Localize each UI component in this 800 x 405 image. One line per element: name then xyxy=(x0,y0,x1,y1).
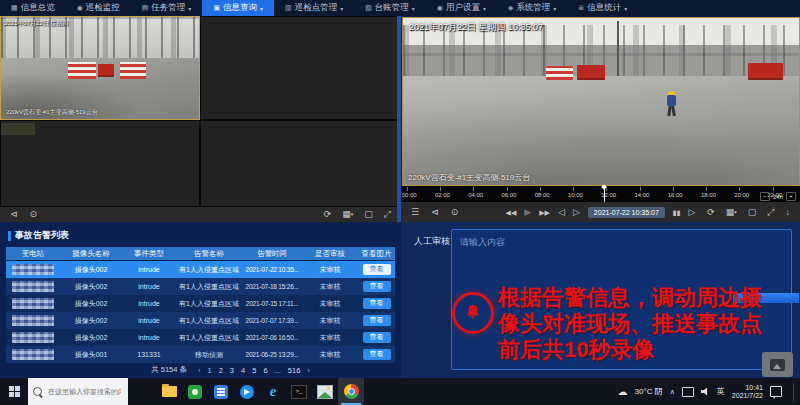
zoom-in-button[interactable]: + xyxy=(786,192,796,201)
timeline-tick: 10:00 xyxy=(567,186,600,202)
taskbar-clock[interactable]: 10:41 2021/7/22 xyxy=(732,384,763,400)
table-row[interactable]: 摄像头002 intrude 有1人入侵重点区域 2021-07-06 16:5… xyxy=(6,329,395,346)
app-blue[interactable] xyxy=(208,378,234,405)
cell-review-status: 未审核 xyxy=(302,312,358,329)
cell-event-type: intrude xyxy=(122,261,176,278)
next-frame-button[interactable]: ▷ xyxy=(573,208,580,217)
snapshot-icon[interactable]: ⊙ xyxy=(30,210,38,219)
page-4[interactable]: 4 xyxy=(241,366,245,375)
app-terminal[interactable]: >_ xyxy=(286,378,312,405)
playback-timeline[interactable]: 00:00 02:00 04:00 06:00 08:00 10:00 12:0… xyxy=(401,186,800,202)
taskbar-search[interactable] xyxy=(28,378,128,405)
cell-alarm-name: 有1人入侵重点区域 xyxy=(176,329,242,346)
view-image-button[interactable]: 查看 xyxy=(363,298,391,309)
start-button[interactable] xyxy=(0,378,28,405)
nav-item-overview[interactable]: ▦信息总览 xyxy=(0,0,66,16)
fullscreen-icon[interactable]: ⤢ xyxy=(767,208,774,217)
app-file-explorer[interactable] xyxy=(156,378,182,405)
cell-alarm-name: 有1人入侵重点区域 xyxy=(176,261,242,278)
app-chrome-active[interactable] xyxy=(338,378,364,405)
table-row[interactable]: 摄像头001 131331 移动侦测 2021-06-25 13:29... 未… xyxy=(6,346,395,363)
censored-substation xyxy=(12,264,54,275)
table-row[interactable]: 摄像头002 intrude 有1人入侵重点区域 2021-07-18 15:2… xyxy=(6,278,395,295)
pip-icon[interactable]: ▢ xyxy=(748,208,757,217)
nav-item-ledger-mgmt[interactable]: ▧台账管理▾ xyxy=(354,0,426,16)
video-cell-4-empty[interactable] xyxy=(200,120,401,207)
cell-review-status: 未审核 xyxy=(302,295,358,312)
nav-item-monitor[interactable]: ◉巡检监控 xyxy=(66,0,131,16)
grid-layout-icon[interactable]: ▦▾ xyxy=(342,210,353,219)
floating-capture-button[interactable] xyxy=(762,352,793,377)
cell-event-type: intrude xyxy=(122,312,176,329)
table-row[interactable]: 摄像头002 intrude 有1人入侵重点区域 2021-07-07 17:3… xyxy=(6,312,395,329)
nav-item-point-mgmt[interactable]: ▥巡检点管理▾ xyxy=(274,0,354,16)
app-media[interactable] xyxy=(234,378,260,405)
nav-item-system-mgmt[interactable]: ◈系统管理▾ xyxy=(497,0,567,16)
cell-review-status: 未审核 xyxy=(302,329,358,346)
view-image-button[interactable]: 查看 xyxy=(363,315,391,326)
app-remote-tool[interactable] xyxy=(182,378,208,405)
page-516[interactable]: 516 xyxy=(288,366,301,375)
cell-alarm-name: 移动侦测 xyxy=(176,346,242,363)
view-image-button[interactable]: 查看 xyxy=(363,264,391,275)
task-icon: ▤ xyxy=(142,4,149,12)
loop-icon[interactable]: ⟳ xyxy=(707,208,715,217)
playback-timestamp: 2021-07-22 10:35:07 xyxy=(588,207,665,218)
view-image-button[interactable]: 查看 xyxy=(363,281,391,292)
nav-item-task-mgmt[interactable]: ▤任务管理▾ xyxy=(131,0,203,16)
nav-label: 信息统计 xyxy=(587,2,621,14)
app-internet-explorer[interactable]: e xyxy=(260,378,286,405)
video-cell-3-empty[interactable] xyxy=(0,120,200,207)
page-3[interactable]: 3 xyxy=(230,366,234,375)
fullscreen-icon[interactable]: ⤢ xyxy=(384,210,391,219)
timeline-tick: 18:00 xyxy=(700,186,733,202)
input-language-indicator[interactable]: 英 xyxy=(717,386,725,397)
page-1[interactable]: 1 xyxy=(208,366,212,375)
show-desktop-button[interactable] xyxy=(793,383,794,401)
play-dim-icon[interactable]: ▶ xyxy=(524,208,531,217)
video-cell-2-empty[interactable] xyxy=(200,16,401,120)
snapshot-icon[interactable]: ⊙ xyxy=(451,208,459,217)
rewind-button[interactable]: ◀◀ xyxy=(506,209,517,216)
view-image-button[interactable]: 查看 xyxy=(363,332,391,343)
prev-frame-button[interactable]: ◁ xyxy=(558,208,565,217)
page-5[interactable]: 5 xyxy=(252,366,256,375)
display-icon[interactable] xyxy=(682,387,694,397)
next-page-button[interactable]: › xyxy=(307,366,310,375)
overview-icon: ▦ xyxy=(11,4,18,12)
view-image-button[interactable]: 查看 xyxy=(363,349,391,360)
grid-layout-icon[interactable]: ▦▾ xyxy=(726,208,737,217)
nav-item-info-stats[interactable]: ≣信息统计▾ xyxy=(567,0,638,16)
worker-figure xyxy=(664,91,678,117)
loop-icon[interactable]: ⟳ xyxy=(324,210,332,219)
page-2[interactable]: 2 xyxy=(219,366,223,375)
app-photos[interactable] xyxy=(312,378,338,405)
download-icon[interactable]: ↓ xyxy=(786,208,791,217)
table-row[interactable]: 摄像头002 intrude 有1人入侵重点区域 2021-07-22 10:3… xyxy=(6,261,395,278)
prev-page-button[interactable]: ‹ xyxy=(198,366,201,375)
nav-item-info-query[interactable]: ▣信息查询▾ xyxy=(202,0,274,16)
pause-button[interactable]: ▮▮ xyxy=(673,209,681,216)
video-cell-1-live[interactable]: 2021年07月22日 星期四 220kV营石变-#1主变高侧-519云台 xyxy=(0,16,200,120)
zoom-out-button[interactable]: − xyxy=(760,192,770,201)
cell-camera: 摄像头002 xyxy=(60,261,122,278)
notification-center-icon[interactable] xyxy=(770,386,782,397)
search-input[interactable] xyxy=(46,387,123,396)
column-header: 事件类型 xyxy=(122,247,176,260)
timeline-playhead[interactable] xyxy=(604,186,605,202)
fast-forward-button[interactable]: ▶▶ xyxy=(539,209,550,216)
chevron-down-icon: ▾ xyxy=(624,5,627,12)
system-icon: ◈ xyxy=(508,4,513,12)
filter-icon[interactable]: ☰ xyxy=(411,208,419,217)
play-button[interactable]: ▷ xyxy=(689,208,696,217)
playback-video[interactable]: 2021年07月22日 星期四 10:35:07 220kV营石变-#1主变高侧… xyxy=(402,17,800,186)
timeline-tick: 16:00 xyxy=(667,186,700,202)
volume-icon[interactable]: ⊲ xyxy=(10,210,18,219)
nav-item-user-settings[interactable]: ◉用户设置▾ xyxy=(426,0,497,16)
volume-icon[interactable]: ⊲ xyxy=(431,208,439,217)
page-6[interactable]: 6 xyxy=(263,366,267,375)
speaker-icon[interactable] xyxy=(701,388,710,396)
tray-chevron-icon[interactable]: ∧ xyxy=(670,388,675,396)
pip-icon[interactable]: ▢ xyxy=(364,210,373,219)
table-row[interactable]: 摄像头002 intrude 有1人入侵重点区域 2021-07-15 17:1… xyxy=(6,295,395,312)
